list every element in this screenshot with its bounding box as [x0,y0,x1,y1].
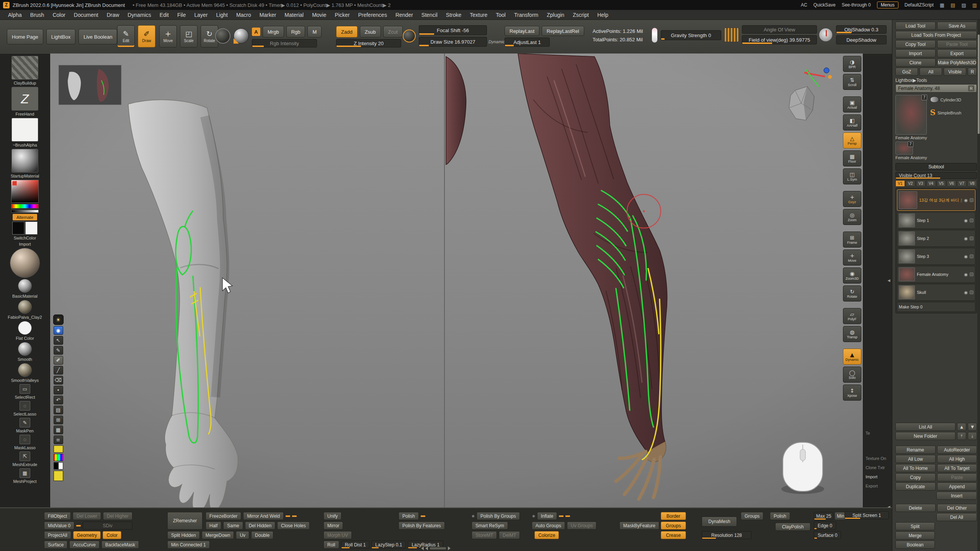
alpha-thumb[interactable] [11,118,38,142]
half-button[interactable]: Half [206,522,221,530]
menu-help[interactable]: Help [593,10,612,20]
tab-v2[interactable]: V2 [906,180,915,187]
m-button[interactable]: M [307,26,322,37]
merge-down-button[interactable]: MergeDown [202,531,234,539]
switch-color-button[interactable]: SwitchColor [14,236,36,241]
cursor-icon[interactable]: ↖ [54,336,63,345]
visible-count-slider[interactable]: Visible Count 13 [895,172,977,179]
light-bulb-icon[interactable]: ☀ [53,315,64,325]
scroll-button[interactable]: ⇅Scroll [843,74,861,90]
goz-visible-button[interactable]: Visible [944,68,966,76]
backface-mask-button[interactable]: BackfaceMask [101,541,139,549]
load-tools-from-project-button[interactable]: Load Tools From Project [895,31,977,39]
canvas-mini-scrollbar[interactable] [421,546,451,550]
tool-thumb-selectrect[interactable]: ▭ [20,384,30,394]
menu-document[interactable]: Document [70,10,103,20]
tray-divider-handle[interactable]: ◄ [887,278,891,283]
tab-v1[interactable]: V1 [895,180,905,187]
tab-v8[interactable]: V8 [967,180,977,187]
subtool-options-icon[interactable] [970,218,973,222]
mask-by-feature-button[interactable]: MaskByFeature [619,522,659,530]
mirror-button[interactable]: Mirror [323,522,343,530]
subtool-row[interactable]: Make Step 0 [897,302,975,312]
subtool-row[interactable]: Skull ◉ [897,284,975,301]
eye-icon[interactable]: ◉ [964,254,968,259]
subtool-section-header[interactable]: Subtool [895,163,977,171]
move-down-icon[interactable]: ▼ [968,423,977,431]
layout-columns-icon[interactable]: ▥ [972,2,977,8]
same-button[interactable]: Same [223,522,243,530]
sdiv-slider[interactable]: SDiv [83,522,132,530]
color-value-bar[interactable] [11,210,39,213]
subtool-options-icon[interactable] [970,290,973,294]
focal-shift-slider[interactable]: Focal Shift -56 [419,25,487,35]
menu-zplugin[interactable]: Zplugin [542,10,568,20]
tab-v7[interactable]: V7 [957,180,967,187]
eraser-icon[interactable]: ⌫ [54,376,63,385]
printer-icon[interactable]: ⊞ [54,416,63,424]
all-to-target-button[interactable]: All To Target [937,464,977,472]
tool-thumb-maskpen[interactable]: ✎ [20,418,30,427]
layout-split-icon[interactable]: ▤ [951,2,955,8]
current-material-ball[interactable] [10,248,40,278]
menu-stencil[interactable]: Stencil [417,10,442,20]
tool-thumb-meshproject[interactable]: ▦ [20,468,30,478]
subtool-options-icon[interactable] [970,236,973,240]
alpha-swatch[interactable]: A [252,28,260,36]
goz-r-button[interactable]: R [968,68,977,76]
del-lower-button[interactable]: Del Lower [73,512,101,520]
menu-edit[interactable]: Edit [155,10,173,20]
menu-transform[interactable]: Transform [510,10,542,20]
see-through-slider[interactable]: See-through 0 [842,2,871,8]
texture-on-button[interactable]: Texture On [866,456,886,461]
new-folder-button[interactable]: New Folder [895,432,956,440]
roll-button[interactable]: Roll [323,541,339,549]
angle-of-view-icon[interactable] [724,28,739,42]
clone-button[interactable]: Clone [895,59,936,67]
uv-button[interactable]: Uv [236,531,249,539]
xpose-button[interactable]: ↕Xpose [843,385,861,401]
lightbox-tools-label[interactable]: Lightbox▶Tools [895,78,977,83]
merge-button[interactable]: Merge [895,531,935,540]
import-button[interactable]: Import [895,49,936,57]
zoom3d-button[interactable]: ◉Zoom3D [843,267,861,284]
lsym-button[interactable]: ◫L.Sym [843,168,861,184]
zremesher-button[interactable]: ZRemesher [167,512,203,530]
double-button[interactable]: Double [251,531,273,539]
transp-button[interactable]: ◍Transp [843,326,861,342]
duplicate-button[interactable]: Duplicate [895,483,936,491]
dot-brush-icon[interactable]: • [54,386,63,395]
menu-file[interactable]: File [173,10,190,20]
inflate-button[interactable]: Inflate [537,512,557,520]
zadd-button[interactable]: Zadd [336,26,358,37]
toggle-dot[interactable] [532,515,535,518]
gravity-strength-slider[interactable]: Gravity Strength 0 [661,30,721,40]
ac-button[interactable]: AC [801,2,807,8]
append-button[interactable]: Append [937,483,977,491]
menu-marker[interactable]: Marker [255,10,281,20]
material-thumb-basic[interactable] [18,279,32,293]
image-icon[interactable]: ▦ [54,425,63,434]
pen-pressure-icon[interactable] [652,28,658,43]
clone-txtr-button[interactable]: Clone Txtr [866,465,885,470]
brush-thumb-claybuildup[interactable] [11,56,38,80]
roll-dist-slider[interactable]: Roll Dist 1 [341,541,370,549]
secondary-color-swatch[interactable] [25,222,38,235]
eye-icon[interactable]: ◉ [964,198,968,203]
fill-object-button[interactable]: FillObject [44,512,71,520]
groups-button[interactable]: Groups [661,522,686,530]
make-polymesh3d-button[interactable]: Make PolyMesh3D [937,59,977,67]
tab-v6[interactable]: V6 [947,180,956,187]
subtool-row-selected[interactable]: 13강 여성 3단계 바디 조각 - [삼각… ◉ [897,189,975,211]
del-higher-button[interactable]: Del Higher [103,512,132,520]
paste-subtool-button[interactable]: Paste [937,473,977,481]
replay-last-rel-button[interactable]: ReplayLastRel [542,26,584,36]
visibility-icon[interactable]: ◉ [54,326,63,335]
lazy-step-slider[interactable]: LazyStep 0.1 [371,541,406,549]
tab-v3[interactable]: V3 [916,180,926,187]
rgb-button[interactable]: Rgb [286,26,305,37]
menu-tool[interactable]: Tool [492,10,510,20]
tab-v5[interactable]: V5 [937,180,946,187]
menu-render[interactable]: Render [391,10,417,20]
texture-export-button[interactable]: Export [866,484,878,488]
